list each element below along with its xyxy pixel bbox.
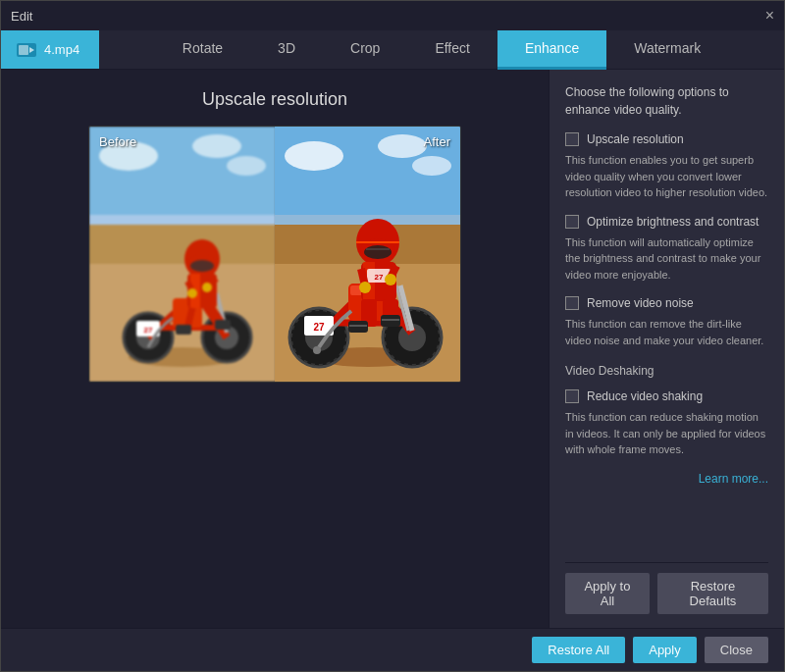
after-label: After xyxy=(424,134,450,149)
upscale-option-row: Upscale resolution xyxy=(565,132,768,146)
svg-point-73 xyxy=(385,274,396,285)
content-area: Upscale resolution Before xyxy=(1,70,784,628)
brightness-desc: This function will automatically optimiz… xyxy=(565,234,768,284)
window-title: Edit xyxy=(11,9,32,24)
deshaking-section-header: Video Deshaking xyxy=(565,364,768,378)
svg-text:27: 27 xyxy=(144,326,153,335)
svg-rect-32 xyxy=(215,320,231,330)
upscale-checkbox[interactable] xyxy=(565,132,579,146)
svg-rect-77 xyxy=(381,315,400,327)
upscale-label[interactable]: Upscale resolution xyxy=(587,132,684,146)
noise-checkbox[interactable] xyxy=(565,296,579,310)
after-svg: 27 xyxy=(275,127,460,382)
svg-point-63 xyxy=(364,245,392,259)
restore-all-button[interactable]: Restore All xyxy=(532,637,625,663)
before-svg: 27 xyxy=(89,127,275,382)
restore-defaults-button[interactable]: Restore Defaults xyxy=(657,573,768,614)
file-tab-name: 4.mp4 xyxy=(44,42,79,57)
svg-rect-8 xyxy=(89,225,275,264)
deshake-desc: This function can reduce shaking motion … xyxy=(565,409,768,458)
tab-effect[interactable]: Effect xyxy=(407,30,497,70)
svg-point-24 xyxy=(190,260,214,272)
before-label: Before xyxy=(99,134,136,149)
video-icon xyxy=(19,45,34,55)
settings-panel: Choose the following options to enhance … xyxy=(549,70,784,628)
svg-point-38 xyxy=(378,134,427,158)
svg-point-34 xyxy=(202,283,212,292)
close-window-button[interactable]: × xyxy=(765,8,774,24)
nav-tabs: Rotate 3D Crop Effect Enhance Watermark xyxy=(99,30,784,69)
deshake-checkbox[interactable] xyxy=(565,389,579,403)
tab-rotate[interactable]: Rotate xyxy=(155,30,250,70)
deshake-option-row: Reduce video shaking xyxy=(565,389,768,403)
inner-button-bar: Apply to All Restore Defaults xyxy=(565,562,768,614)
brightness-checkbox[interactable] xyxy=(565,215,579,229)
svg-text:27: 27 xyxy=(375,273,384,282)
svg-point-39 xyxy=(412,156,451,176)
svg-rect-31 xyxy=(176,325,191,335)
svg-point-37 xyxy=(285,141,343,171)
tab-3d[interactable]: 3D xyxy=(250,30,323,70)
file-tab[interactable]: 4.mp4 xyxy=(1,30,99,69)
svg-point-6 xyxy=(227,156,266,176)
preview-panel: Upscale resolution Before xyxy=(1,70,549,628)
noise-desc: This function can remove the dirt-like v… xyxy=(565,316,768,348)
svg-rect-3 xyxy=(89,215,275,225)
noise-label[interactable]: Remove video noise xyxy=(587,296,694,310)
brightness-option-row: Optimize brightness and contrast xyxy=(565,215,768,229)
brightness-label[interactable]: Optimize brightness and contrast xyxy=(587,215,759,229)
svg-point-33 xyxy=(187,288,197,298)
svg-marker-1 xyxy=(29,47,34,53)
svg-point-5 xyxy=(192,134,241,158)
apply-button[interactable]: Apply xyxy=(633,637,697,663)
noise-option-row: Remove video noise xyxy=(565,296,768,310)
tab-watermark[interactable]: Watermark xyxy=(606,30,728,70)
outer-button-bar: Restore All Apply Close xyxy=(1,628,784,671)
svg-text:27: 27 xyxy=(313,322,325,333)
before-image: Before xyxy=(89,127,275,382)
deshake-label[interactable]: Reduce video shaking xyxy=(587,389,703,403)
svg-point-60 xyxy=(313,346,321,354)
after-image: After xyxy=(275,127,460,382)
before-after-container: Before xyxy=(88,126,461,383)
apply-to-all-button[interactable]: Apply to All xyxy=(565,573,650,614)
close-button[interactable]: Close xyxy=(705,637,768,663)
tab-bar: 4.mp4 Rotate 3D Crop Effect Enhance Wate… xyxy=(1,30,784,70)
upscale-desc: This function enables you to get superb … xyxy=(565,152,768,201)
file-icon xyxy=(17,43,36,57)
tab-crop[interactable]: Crop xyxy=(323,30,407,70)
learn-more-link[interactable]: Learn more... xyxy=(565,472,768,486)
svg-point-72 xyxy=(359,282,371,293)
svg-rect-0 xyxy=(19,45,28,55)
preview-images: Before xyxy=(88,126,461,383)
preview-title: Upscale resolution xyxy=(202,89,347,110)
title-bar: Edit × xyxy=(1,1,784,30)
tab-enhance[interactable]: Enhance xyxy=(497,30,606,70)
svg-rect-76 xyxy=(348,321,368,333)
edit-window: Edit × 4.mp4 Rotate 3D Crop Effect Enhan… xyxy=(0,0,785,672)
title-bar-left: Edit xyxy=(11,9,32,24)
settings-intro: Choose the following options to enhance … xyxy=(565,83,768,119)
